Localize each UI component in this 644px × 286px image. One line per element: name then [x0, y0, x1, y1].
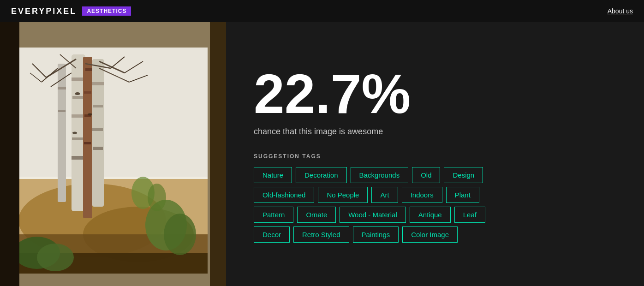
svg-rect-25: [93, 147, 103, 150]
aesthetics-badge: AESTHETICS: [82, 6, 131, 16]
subtitle-text: chance that this image is awesome: [254, 127, 616, 137]
tags-row-2: PatternOrnateWood - MaterialAntiqueLeaf: [254, 207, 616, 223]
tag-ornate[interactable]: Ornate: [297, 207, 336, 223]
suggestion-label: SUGGESTION TAGS: [254, 153, 616, 160]
about-link[interactable]: About us: [608, 7, 633, 15]
tag-antique[interactable]: Antique: [410, 207, 451, 223]
percentage-value: 22.7%: [254, 66, 616, 121]
image-panel: [0, 22, 226, 286]
logo: EVERYPIXEL: [11, 6, 77, 16]
svg-rect-31: [58, 64, 66, 202]
svg-point-47: [88, 113, 92, 116]
svg-point-46: [75, 92, 80, 95]
tags-row-0: NatureDecorationBackgroundsOldDesign: [254, 167, 616, 183]
svg-rect-30: [84, 142, 91, 144]
tags-container: NatureDecorationBackgroundsOldDesignOld-…: [254, 167, 616, 243]
tag-decor[interactable]: Decor: [254, 226, 290, 243]
svg-rect-27: [85, 68, 92, 71]
tag-retro-styled[interactable]: Retro Styled: [293, 226, 349, 243]
main-content: 22.7% chance that this image is awesome …: [0, 22, 644, 286]
svg-point-48: [72, 132, 77, 134]
tag-backgrounds[interactable]: Backgrounds: [351, 167, 409, 183]
painting-artwork: [0, 22, 226, 286]
svg-rect-50: [210, 22, 226, 286]
svg-rect-26: [83, 57, 92, 218]
tag-indoors[interactable]: Indoors: [402, 187, 442, 203]
tag-no-people[interactable]: No People: [318, 187, 368, 203]
svg-rect-22: [92, 82, 104, 85]
svg-rect-17: [72, 96, 84, 99]
tag-paintings[interactable]: Paintings: [353, 226, 399, 243]
svg-rect-18: [72, 114, 84, 118]
tag-wood---material[interactable]: Wood - Material: [340, 207, 406, 223]
right-panel: 22.7% chance that this image is awesome …: [226, 22, 644, 286]
tag-nature[interactable]: Nature: [254, 167, 292, 183]
tags-row-3: DecorRetro StyledPaintingsColor Image: [254, 226, 616, 243]
tag-plant[interactable]: Plant: [446, 187, 479, 203]
tag-art[interactable]: Art: [371, 187, 398, 203]
header-left: EVERYPIXEL AESTHETICS: [11, 6, 131, 16]
tag-color-image[interactable]: Color Image: [402, 226, 458, 243]
tag-old-fashioned[interactable]: Old-fashioned: [254, 187, 314, 203]
svg-point-12: [164, 214, 196, 255]
svg-point-14: [148, 184, 166, 211]
svg-rect-24: [92, 128, 103, 131]
tag-design[interactable]: Design: [444, 167, 483, 183]
svg-point-10: [37, 244, 74, 271]
tags-row-1: Old-fashionedNo PeopleArtIndoorsPlant: [254, 187, 616, 203]
svg-rect-28: [84, 91, 91, 94]
svg-rect-33: [58, 110, 66, 112]
svg-rect-21: [92, 59, 104, 207]
tag-pattern[interactable]: Pattern: [254, 207, 293, 223]
header: EVERYPIXEL AESTHETICS About us: [0, 0, 644, 22]
svg-rect-32: [58, 87, 66, 89]
svg-rect-23: [93, 105, 103, 107]
tag-old[interactable]: Old: [412, 167, 440, 183]
svg-rect-19: [72, 137, 83, 140]
svg-rect-49: [0, 22, 19, 286]
tag-decoration[interactable]: Decoration: [296, 167, 347, 183]
tag-leaf[interactable]: Leaf: [454, 207, 485, 223]
